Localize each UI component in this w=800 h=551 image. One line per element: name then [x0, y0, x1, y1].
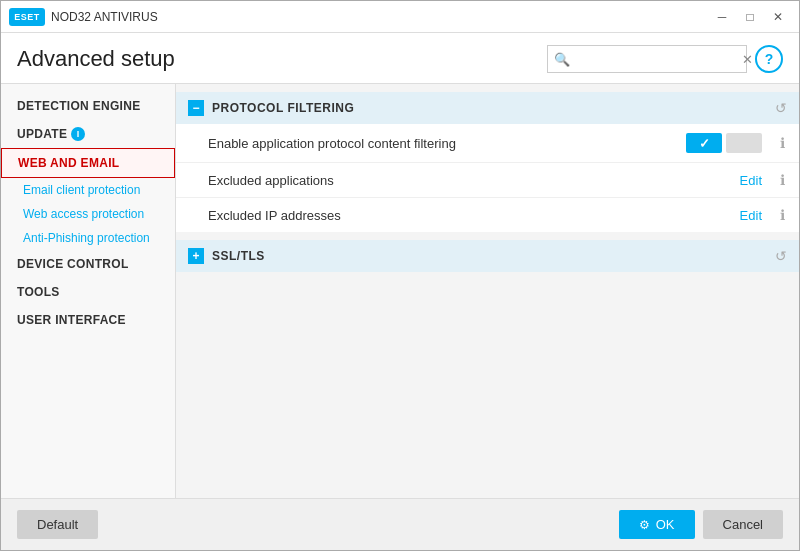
protocol-filtering-toggle[interactable]: −	[188, 100, 204, 116]
ssl-tls-section: + SSL/TLS ↺	[176, 240, 799, 272]
sidebar: DETECTION ENGINE UPDATE i WEB AND EMAIL …	[1, 84, 176, 498]
window-controls: ─ □ ✕	[709, 7, 791, 27]
protocol-filtering-title: PROTOCOL FILTERING	[212, 101, 767, 115]
excluded-apps-label: Excluded applications	[208, 173, 692, 188]
excluded-apps-control: Edit	[702, 173, 762, 188]
excluded-ip-info-icon[interactable]: ℹ	[780, 207, 785, 223]
ok-gear-icon: ⚙	[639, 518, 650, 532]
update-info-badge: i	[71, 127, 85, 141]
sidebar-item-update[interactable]: UPDATE i	[1, 120, 175, 148]
excluded-ip-control: Edit	[702, 208, 762, 223]
excluded-apps-row: Excluded applications Edit ℹ	[176, 163, 799, 198]
page-title: Advanced setup	[17, 46, 175, 72]
footer: Default ⚙ OK Cancel	[1, 498, 799, 550]
protocol-filtering-header: − PROTOCOL FILTERING ↺	[176, 92, 799, 124]
header: Advanced setup 🔍 ✕ ?	[1, 33, 799, 84]
ok-label: OK	[656, 517, 675, 532]
enable-filtering-toggle-on[interactable]	[686, 133, 722, 153]
sidebar-sub-web-access[interactable]: Web access protection	[1, 202, 175, 226]
footer-right: ⚙ OK Cancel	[619, 510, 783, 539]
maximize-button[interactable]: □	[737, 7, 763, 27]
excluded-ip-row: Excluded IP addresses Edit ℹ	[176, 198, 799, 232]
sidebar-item-user-interface[interactable]: USER INTERFACE	[1, 306, 175, 334]
ssl-tls-header: + SSL/TLS ↺	[176, 240, 799, 272]
minimize-button[interactable]: ─	[709, 7, 735, 27]
enable-filtering-label: Enable application protocol content filt…	[208, 136, 676, 151]
main-content: DETECTION ENGINE UPDATE i WEB AND EMAIL …	[1, 84, 799, 498]
search-box[interactable]: 🔍 ✕	[547, 45, 747, 73]
sidebar-item-update-label: UPDATE	[17, 127, 67, 141]
enable-filtering-control	[686, 133, 762, 153]
close-button[interactable]: ✕	[765, 7, 791, 27]
search-clear-icon[interactable]: ✕	[742, 52, 753, 67]
eset-logo: ESET	[9, 8, 45, 26]
footer-left: Default	[17, 510, 98, 539]
titlebar: ESET NOD32 ANTIVIRUS ─ □ ✕	[1, 1, 799, 33]
excluded-ip-edit-link[interactable]: Edit	[702, 208, 762, 223]
app-title: NOD32 ANTIVIRUS	[51, 10, 158, 24]
default-button[interactable]: Default	[17, 510, 98, 539]
sidebar-item-device-control[interactable]: DEVICE CONTROL	[1, 250, 175, 278]
excluded-ip-label: Excluded IP addresses	[208, 208, 692, 223]
content-area: − PROTOCOL FILTERING ↺ Enable applicatio…	[176, 84, 799, 498]
cancel-button[interactable]: Cancel	[703, 510, 783, 539]
protocol-filtering-section: − PROTOCOL FILTERING ↺ Enable applicatio…	[176, 92, 799, 232]
search-icon: 🔍	[554, 52, 570, 67]
excluded-apps-info-icon[interactable]: ℹ	[780, 172, 785, 188]
logo-text: ESET	[14, 12, 40, 22]
main-window: ESET NOD32 ANTIVIRUS ─ □ ✕ Advanced setu…	[0, 0, 800, 551]
help-button[interactable]: ?	[755, 45, 783, 73]
sidebar-sub-email-client[interactable]: Email client protection	[1, 178, 175, 202]
sidebar-item-tools[interactable]: TOOLS	[1, 278, 175, 306]
ok-button[interactable]: ⚙ OK	[619, 510, 695, 539]
sidebar-sub-anti-phishing[interactable]: Anti-Phishing protection	[1, 226, 175, 250]
enable-filtering-row: Enable application protocol content filt…	[176, 124, 799, 163]
excluded-apps-edit-link[interactable]: Edit	[702, 173, 762, 188]
titlebar-left: ESET NOD32 ANTIVIRUS	[9, 8, 158, 26]
protocol-filtering-reset-icon[interactable]: ↺	[775, 100, 787, 116]
header-actions: 🔍 ✕ ?	[547, 45, 783, 73]
enable-filtering-info-icon[interactable]: ℹ	[780, 135, 785, 151]
ssl-tls-reset-icon[interactable]: ↺	[775, 248, 787, 264]
enable-filtering-toggle-off[interactable]	[726, 133, 762, 153]
sidebar-item-detection-engine[interactable]: DETECTION ENGINE	[1, 92, 175, 120]
sidebar-item-web-and-email[interactable]: WEB AND EMAIL	[1, 148, 175, 178]
ssl-tls-title: SSL/TLS	[212, 249, 767, 263]
ssl-tls-toggle[interactable]: +	[188, 248, 204, 264]
search-input[interactable]	[574, 52, 742, 67]
